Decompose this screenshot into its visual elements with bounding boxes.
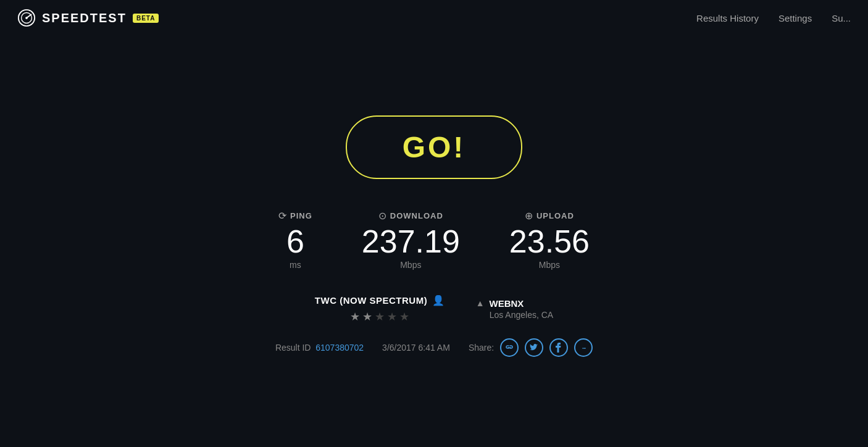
svg-point-3: [25, 17, 28, 19]
share-label: Share:: [469, 343, 494, 353]
share-section: Share: ···: [469, 338, 593, 357]
server-location: Los Angeles, CA: [490, 310, 554, 320]
upload-label: UPLOAD: [536, 211, 574, 220]
download-stat: ⊙ DOWNLOAD 237.19 Mbps: [362, 210, 460, 270]
triangle-icon: ▲: [476, 298, 485, 308]
provider-row: TWC (NOW SPECTRUM) 👤 ★ ★ ★ ★ ★ ▲ WEBNX L…: [315, 295, 553, 324]
provider-left: TWC (NOW SPECTRUM) 👤 ★ ★ ★ ★ ★: [315, 295, 445, 324]
logo-text: SPEEDTEST: [42, 11, 127, 25]
ping-header: ⟳ PING: [278, 210, 312, 222]
beta-badge: BETA: [133, 14, 159, 23]
ping-unit: ms: [290, 260, 301, 270]
header: SPEEDTEST BETA Results History Settings …: [0, 0, 868, 36]
share-facebook-icon[interactable]: [549, 338, 568, 357]
result-id-value[interactable]: 6107380702: [315, 343, 364, 353]
stars-row: ★ ★ ★ ★ ★: [350, 310, 409, 324]
settings-link[interactable]: Settings: [778, 13, 812, 23]
ping-label: PING: [290, 211, 312, 220]
share-more-icon[interactable]: ···: [574, 338, 593, 357]
main-content: GO! ⟳ PING 6 ms ⊙ DOWNLOAD 237.19 Mbps ⊕…: [0, 0, 868, 447]
upload-unit: Mbps: [539, 260, 560, 270]
download-icon: ⊙: [378, 210, 386, 222]
go-button[interactable]: GO!: [346, 115, 523, 179]
download-value: 237.19: [362, 225, 460, 257]
provider-name-row: TWC (NOW SPECTRUM) 👤: [315, 295, 445, 306]
support-link[interactable]: Su...: [832, 13, 851, 23]
server-info: ▲ WEBNX Los Angeles, CA: [476, 298, 554, 320]
upload-stat: ⊕ UPLOAD 23.56 Mbps: [509, 210, 590, 270]
speedtest-icon: [17, 9, 36, 27]
ping-icon: ⟳: [278, 210, 286, 222]
star-2: ★: [362, 310, 372, 324]
result-id-label: Result ID 6107380702: [275, 343, 364, 353]
download-label: DOWNLOAD: [390, 211, 443, 220]
download-unit: Mbps: [400, 260, 421, 270]
results-history-link[interactable]: Results History: [696, 13, 759, 23]
logo-area: SPEEDTEST BETA: [17, 9, 159, 27]
upload-header: ⊕ UPLOAD: [525, 210, 574, 222]
stats-row: ⟳ PING 6 ms ⊙ DOWNLOAD 237.19 Mbps ⊕ UPL…: [278, 210, 590, 270]
share-link-icon[interactable]: [500, 338, 519, 357]
go-label: GO!: [403, 131, 466, 164]
result-date: 3/6/2017 6:41 AM: [382, 343, 450, 353]
server-name-row: ▲ WEBNX: [476, 298, 524, 309]
server-name: WEBNX: [490, 298, 524, 309]
person-icon: 👤: [432, 295, 445, 306]
ping-value: 6: [286, 225, 304, 257]
ping-stat: ⟳ PING 6 ms: [278, 210, 312, 270]
star-1: ★: [350, 310, 360, 324]
result-row: Result ID 6107380702 3/6/2017 6:41 AM Sh…: [275, 338, 593, 357]
star-4: ★: [387, 310, 397, 324]
provider-name-text: TWC (NOW SPECTRUM): [315, 295, 427, 306]
nav-links: Results History Settings Su...: [696, 13, 851, 23]
star-3: ★: [375, 310, 385, 324]
upload-value: 23.56: [509, 225, 590, 257]
star-5: ★: [399, 310, 409, 324]
upload-icon: ⊕: [525, 210, 533, 222]
download-header: ⊙ DOWNLOAD: [378, 210, 443, 222]
share-twitter-icon[interactable]: [525, 338, 543, 357]
